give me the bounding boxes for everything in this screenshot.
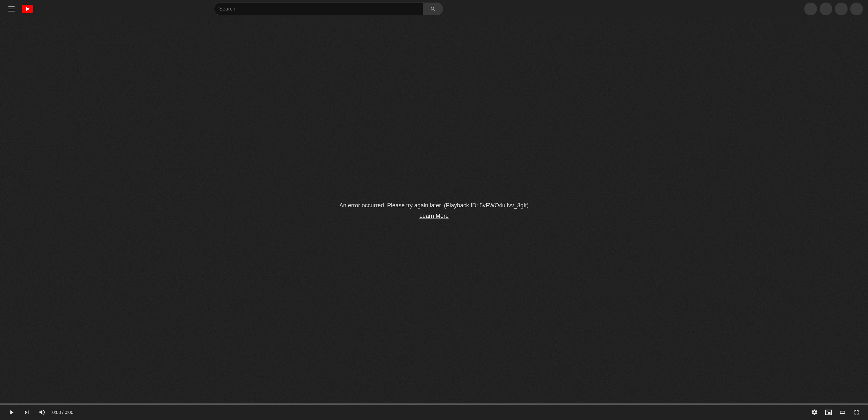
progress-bar[interactable] xyxy=(0,403,868,405)
play-icon xyxy=(8,409,15,416)
theater-mode-button[interactable] xyxy=(836,406,849,419)
menu-button[interactable] xyxy=(5,3,18,15)
menu-line xyxy=(8,11,15,11)
nav-create-button[interactable] xyxy=(804,3,817,15)
nav-notifications-button[interactable] xyxy=(819,3,832,15)
settings-icon xyxy=(811,409,818,416)
mute-button[interactable] xyxy=(36,406,49,419)
menu-line xyxy=(8,9,15,9)
search-icon xyxy=(430,6,436,12)
nav-more-button[interactable] xyxy=(850,3,863,15)
top-navigation xyxy=(0,0,868,18)
fullscreen-icon xyxy=(853,409,860,416)
time-display: 0:00 / 0:00 xyxy=(52,410,73,415)
controls-right xyxy=(808,406,863,419)
controls-bar: 0:00 / 0:00 xyxy=(0,405,868,420)
youtube-logo-icon xyxy=(22,5,33,13)
nav-account-button[interactable] xyxy=(835,3,847,15)
miniplayer-button[interactable] xyxy=(822,406,835,419)
volume-icon xyxy=(38,409,45,416)
search-input[interactable] xyxy=(214,3,423,15)
error-message-container: An error occurred. Please try again late… xyxy=(339,202,529,219)
nav-right-buttons xyxy=(804,3,863,15)
video-player[interactable]: An error occurred. Please try again late… xyxy=(0,18,868,403)
next-icon xyxy=(23,409,30,416)
play-button[interactable] xyxy=(5,406,18,419)
miniplayer-icon xyxy=(825,409,832,416)
settings-button[interactable] xyxy=(808,406,821,419)
fullscreen-button[interactable] xyxy=(850,406,863,419)
youtube-logo[interactable] xyxy=(22,5,33,13)
video-area: An error occurred. Please try again late… xyxy=(0,18,868,420)
youtube-play-triangle xyxy=(26,7,30,11)
search-button[interactable] xyxy=(423,3,443,15)
next-button[interactable] xyxy=(21,406,33,419)
menu-line xyxy=(8,6,15,7)
learn-more-link[interactable]: Learn More xyxy=(419,213,449,219)
error-text: An error occurred. Please try again late… xyxy=(339,202,529,209)
search-container xyxy=(214,3,443,15)
theater-mode-icon xyxy=(839,409,846,416)
